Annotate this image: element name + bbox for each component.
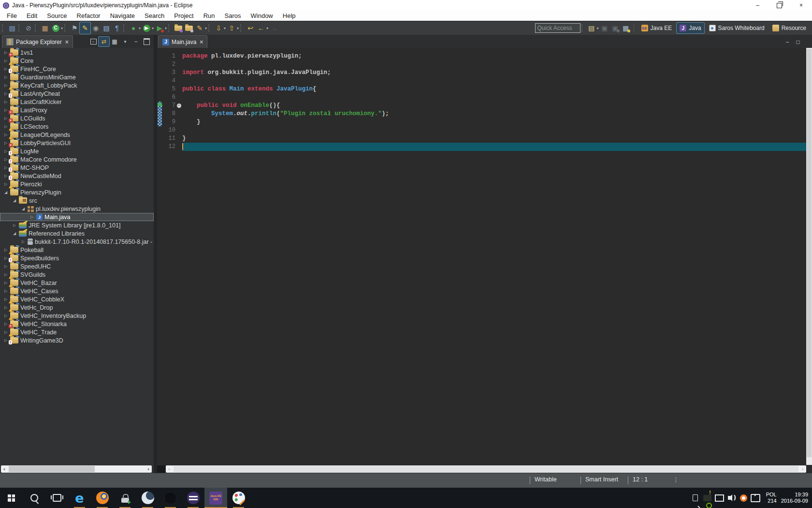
- clock[interactable]: 19:39 2016-09-09: [781, 492, 808, 504]
- panel-sash[interactable]: [154, 35, 157, 473]
- tree-item-lastantycheat[interactable]: ▷!LastAntyCheat: [0, 90, 154, 98]
- tree-item-speeduhc[interactable]: ▷SpeedUHC: [0, 262, 154, 270]
- tree-item-logme[interactable]: ▷!LogMe: [0, 147, 154, 155]
- package-presentation-button[interactable]: ▦: [109, 37, 120, 46]
- dropdown-arrow-icon[interactable]: ▾: [224, 26, 226, 30]
- folder-clipboard-icon[interactable]: [184, 22, 194, 34]
- dropdown-arrow-icon[interactable]: ▾: [139, 26, 141, 30]
- tree-item-guardiansminigame[interactable]: ▷GuardiansMiniGame: [0, 73, 154, 81]
- import-icon[interactable]: ⇩: [213, 22, 224, 34]
- debug-bug-icon[interactable]: ●: [128, 22, 139, 34]
- collapsed-arrow-icon[interactable]: ▷: [3, 116, 9, 120]
- dropdown-arrow-icon[interactable]: ▾: [205, 26, 207, 30]
- dropdown-arrow-icon[interactable]: ▾: [597, 26, 599, 30]
- collapsed-arrow-icon[interactable]: ▷: [3, 297, 9, 301]
- collapsed-arrow-icon[interactable]: ▷: [3, 83, 9, 88]
- dropdown-arrow-icon[interactable]: ▾: [61, 26, 63, 30]
- scrollbar-thumb[interactable]: [174, 466, 798, 472]
- perspective-java-ee[interactable]: Java EE: [638, 23, 675, 33]
- collapsed-arrow-icon[interactable]: ▷: [3, 59, 9, 63]
- task-pin-icon[interactable]: ⚑: [69, 22, 80, 34]
- open-perspective-icon[interactable]: ▦: [621, 22, 631, 34]
- back-icon[interactable]: ←: [256, 22, 266, 34]
- tree-item-lcguilds[interactable]: ▷×LCGuilds: [0, 114, 154, 122]
- scroll-left-icon[interactable]: ‹: [166, 465, 173, 473]
- editor-horizontal-scrollbar[interactable]: ‹ ›: [166, 465, 806, 473]
- status-overflow-icon[interactable]: ⋮: [673, 476, 679, 483]
- menu-search[interactable]: Search: [140, 11, 169, 21]
- perspective-java[interactable]: Java: [677, 23, 704, 33]
- menu-run[interactable]: Run: [199, 11, 220, 21]
- collapsed-arrow-icon[interactable]: ▷: [3, 165, 9, 170]
- minimize-view-button[interactable]: −: [130, 37, 141, 46]
- tree-item-svguilds[interactable]: ▷SVGuilds: [0, 270, 154, 279]
- start-button[interactable]: [0, 488, 23, 508]
- quick-access-input[interactable]: [535, 23, 580, 33]
- usb-icon[interactable]: [689, 488, 701, 508]
- close-window-button[interactable]: ×: [790, 0, 812, 11]
- tree-item-lastcraftkicker[interactable]: ▷LastCraftKicker: [0, 98, 154, 106]
- minimize-editor-button[interactable]: −: [782, 37, 793, 47]
- tree-item-vethc-stoniarka[interactable]: ▷×VetHC_Stoniarka: [0, 320, 154, 328]
- new-file-icon[interactable]: ▤: [586, 22, 597, 34]
- collapsed-arrow-icon[interactable]: ▷: [3, 50, 9, 55]
- code-editor[interactable]: 1package pl.luxdev.pierwszyplugin;23impo…: [157, 48, 806, 465]
- tree-item-jre-system-library-jre1-8-0-101[interactable]: ▷JRE System Library [jre1.8.0_101]: [0, 221, 154, 229]
- menu-help[interactable]: Help: [278, 11, 301, 21]
- expanded-arrow-icon[interactable]: ◢: [3, 190, 9, 194]
- perspective-resource[interactable]: Resource: [769, 23, 809, 33]
- tree-item-speedbuilders[interactable]: ▷!Speedbuilders: [0, 254, 154, 262]
- collapsed-arrow-icon[interactable]: ▷: [3, 75, 9, 79]
- menu-project[interactable]: Project: [169, 11, 198, 21]
- minimize-window-button[interactable]: –: [747, 0, 768, 11]
- tree-item-lcsectors[interactable]: ▷LCSectors: [0, 122, 154, 131]
- network-icon[interactable]: [713, 488, 725, 508]
- collapsed-arrow-icon[interactable]: ▷: [3, 157, 9, 162]
- run-external-icon[interactable]: ▶: [154, 22, 165, 34]
- collapsed-arrow-icon[interactable]: ▷: [3, 256, 9, 260]
- slashed-circle-icon[interactable]: ⊘: [23, 22, 34, 34]
- link-with-editor-button[interactable]: ⇄: [99, 37, 109, 46]
- collapsed-arrow-icon[interactable]: ▷: [3, 100, 9, 104]
- menu-window[interactable]: Window: [246, 11, 278, 21]
- firefox-browser-icon[interactable]: [91, 488, 114, 508]
- collapsed-arrow-icon[interactable]: ▷: [3, 338, 9, 343]
- dropdown-arrow-icon[interactable]: ▾: [152, 26, 154, 30]
- package-explorer-tab[interactable]: Package Explorer ×: [2, 35, 73, 48]
- collapsed-arrow-icon[interactable]: ▷: [3, 108, 9, 112]
- tree-item-pokeball[interactable]: ▷Pokeball: [0, 246, 154, 254]
- dark-app-icon[interactable]: [159, 488, 182, 508]
- collapsed-arrow-icon[interactable]: ▷: [29, 215, 35, 219]
- tree-item-writinggame3d[interactable]: ▷!WritingGame3D: [0, 336, 154, 344]
- tree-item-referenced-libraries[interactable]: ◢Referenced Libraries: [0, 229, 154, 238]
- paint-app-icon[interactable]: [227, 488, 250, 508]
- menu-file[interactable]: File: [2, 11, 22, 21]
- tree-item-pl-luxdev-pierwszyplugin[interactable]: ◢pl.luxdev.pierwszyplugin: [0, 205, 154, 213]
- tree-item-mc-shop[interactable]: ▷!MC-SHOP: [0, 164, 154, 172]
- collapsed-arrow-icon[interactable]: ▷: [3, 330, 9, 334]
- collapsed-arrow-icon[interactable]: ▷: [12, 223, 17, 227]
- scroll-left-icon[interactable]: ‹: [1, 465, 8, 473]
- volume-icon[interactable]: [725, 488, 738, 508]
- main-java-tab[interactable]: J Main.java ×: [158, 35, 207, 48]
- menu-refactor[interactable]: Refactor: [72, 11, 105, 21]
- tree-item-core[interactable]: ▷Core: [0, 57, 154, 65]
- run-icon[interactable]: ▶: [141, 22, 152, 34]
- eclipse-launcher-icon[interactable]: [182, 488, 204, 508]
- collapsed-arrow-icon[interactable]: ▷: [3, 248, 9, 252]
- scrollbar-thumb[interactable]: [9, 466, 95, 472]
- tree-item-vethc-bazar[interactable]: ▷VetHC_Bazar: [0, 279, 154, 287]
- collapsed-arrow-icon[interactable]: ▷: [20, 239, 26, 244]
- daemon-tools-icon[interactable]: [136, 488, 159, 508]
- maximize-editor-button[interactable]: □: [793, 37, 803, 47]
- collapsed-arrow-icon[interactable]: ▷: [3, 264, 9, 269]
- tree-item-vethc-trade[interactable]: ▷VetHC_Trade: [0, 328, 154, 336]
- fold-collapse-icon[interactable]: −: [177, 104, 181, 108]
- explorer-horizontal-scrollbar[interactable]: ‹ ›: [1, 465, 152, 473]
- tree-item-pierozki[interactable]: ▷Pierozki: [0, 180, 154, 188]
- collapsed-arrow-icon[interactable]: ▷: [3, 314, 9, 318]
- tree-item-macore-commodore[interactable]: ▷!MaCore Commodore: [0, 155, 154, 164]
- keyboard-layout[interactable]: POL 214: [766, 492, 777, 504]
- avira-icon[interactable]: [738, 488, 750, 508]
- action-center-icon[interactable]: [750, 488, 762, 508]
